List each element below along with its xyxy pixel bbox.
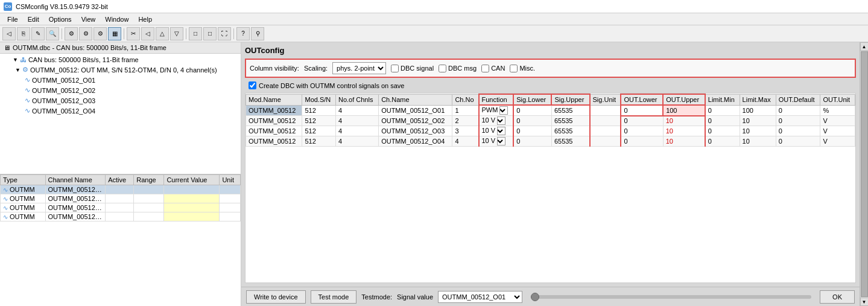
cell-sig-lower[interactable]: 0 [513,105,551,116]
toolbar-btn-copy[interactable]: ⎘ [17,27,30,40]
toolbar-btn-arrow-down[interactable]: ▽ [170,27,183,40]
th-mod-name: Mod.Name [246,94,302,105]
cell-sig-lower[interactable]: 0 [513,116,551,126]
toolbar-btn-help[interactable]: ? [236,27,250,40]
cell-sig-upper[interactable]: 65535 [551,105,589,116]
list-row[interactable]: ∿ OUTMM OUTMM_00512_O02 [1,194,241,203]
menu-view[interactable]: View [77,14,101,24]
cell-sig-upper[interactable]: 65535 [551,116,589,126]
th-ch-name: Ch.Name [379,94,452,105]
toolbar-btn-back[interactable]: ◁ [2,27,16,40]
table-row[interactable]: OUTMM_00512 512 4 - OUTMM_00512_O01 1 PW… [246,105,855,116]
menu-edit[interactable]: Edit [23,14,44,24]
write-to-device-button[interactable]: Write to device [246,290,306,304]
tree-item-ch3[interactable]: ∿ OUTMM_00512_O03 [1,95,239,106]
cell-out-lower[interactable]: 0 [621,136,663,147]
cell-limit-max[interactable]: 100 [740,105,776,116]
cell-out-upper[interactable]: 10 [663,136,705,147]
create-dbc-checkbox[interactable] [249,81,256,89]
tree-item-outmm[interactable]: ▼ ⚙ OUTMM_00512: OUT MM, S/N 512-OTM4, D… [1,65,239,75]
cell-out-upper[interactable]: 10 [663,126,705,136]
cell-out-lower[interactable]: 0 [621,126,663,136]
cell-sig-upper[interactable]: 65535 [551,136,589,147]
table-row[interactable]: OUTMM_00512 512 4 - OUTMM_00512_O02 2 10… [246,116,855,126]
slider-thumb[interactable] [531,293,539,301]
toolbar-btn-edit[interactable]: ✎ [31,27,45,40]
cell-out-lower[interactable]: 0 [621,116,663,126]
list-row[interactable]: ∿ OUTMM OUTMM_00512_O01 [1,185,241,194]
toolbar-btn-gear3[interactable]: ⚙ [93,27,107,40]
menu-window[interactable]: Window [100,14,133,24]
list-row[interactable]: ∿ OUTMM OUTMM_00512_O03 [1,203,241,212]
toolbar-btn-search[interactable]: 🔍 [46,27,59,40]
cell-out-default[interactable]: 0 [776,105,820,116]
tree-item-ch2[interactable]: ∿ OUTMM_00512_O02 [1,85,239,95]
cell-out-upper[interactable]: 100 [663,105,705,116]
function-select[interactable]: 10 V [497,137,505,145]
scroll-thumb[interactable] [861,51,868,297]
list-cell-current [164,212,220,222]
tree-item-ch3-label: OUTMM_00512_O03 [32,97,95,104]
signal-select[interactable]: OUTMM_00512_O01 OUTMM_00512_O02 OUTMM_00… [438,291,522,303]
toolbar-btn-monitor[interactable]: ⛶ [218,27,231,40]
tree-item-can-bus[interactable]: ▼ 🖧 CAN bus: 500000 Bits/s, 11-Bit frame [1,55,239,65]
list-cell-unit [220,203,241,212]
cell-limit-min[interactable]: 0 [705,126,740,136]
list-row[interactable]: ∿ OUTMM OUTMM_00512_O04 [1,212,241,222]
list-col-unit: Unit [220,175,241,185]
list-cell-active [106,212,134,222]
dbc-msg-check-item: DBC msg [439,65,477,72]
toolbar-btn-find[interactable]: ⚲ [251,27,264,40]
expand-icon: ▼ [13,57,18,63]
table-row[interactable]: OUTMM_00512 512 4 - OUTMM_00512_O03 3 10… [246,126,855,136]
cell-out-default[interactable]: 0 [776,136,820,147]
toolbar-btn-gear1[interactable]: ⚙ [65,27,78,40]
cell-limit-min[interactable]: 0 [705,136,740,147]
ok-button[interactable]: OK [820,290,855,304]
cell-limit-max[interactable]: 10 [740,126,776,136]
scaling-select[interactable]: phys. 2-point linear none [332,62,386,74]
can-checkbox[interactable] [481,65,489,72]
cell-ch-name-dropdown: - OUTMM_00512_O01 [379,105,452,116]
title-bar-text: CSMconfig V8.15.0.9479 32-bit [16,3,108,10]
toolbar-btn-arrow-left[interactable]: ◁ [141,27,154,40]
testmode-label: Testmode: [361,293,392,301]
cell-limit-min[interactable]: 0 [705,116,740,126]
cell-out-lower[interactable]: 0 [621,105,663,116]
toolbar-btn-arrow-up[interactable]: △ [156,27,169,40]
cell-out-upper[interactable]: 10 [663,116,705,126]
toolbar-btn-cut[interactable]: ✂ [127,27,140,40]
toolbar-btn-square2[interactable]: □ [203,27,217,40]
tree-item-ch1[interactable]: ∿ OUTMM_00512_O01 [1,75,239,85]
cell-limit-max[interactable]: 10 [740,116,776,126]
device-icon: ⚙ [22,66,28,74]
scroll-up-arrow[interactable]: ▲ [860,42,869,51]
function-select[interactable]: 10 V [497,127,505,135]
misc-check-item: Misc. [510,65,535,72]
menu-options[interactable]: Options [44,14,77,24]
col-vis-label: Column visibility: [250,65,299,72]
cell-sig-lower[interactable]: 0 [513,126,551,136]
scroll-down-arrow[interactable]: ▼ [860,298,869,306]
toolbar-btn-gear2[interactable]: ⚙ [79,27,92,40]
function-select[interactable]: 10 V [497,116,505,125]
cell-out-default[interactable]: 0 [776,116,820,126]
menu-file[interactable]: File [2,14,23,24]
menu-help[interactable]: Help [133,14,157,24]
toolbar-btn-grid[interactable]: ▦ [108,27,121,40]
cell-out-default[interactable]: 0 [776,126,820,136]
cell-sig-lower[interactable]: 0 [513,136,551,147]
dbc-msg-checkbox[interactable] [439,65,446,72]
misc-checkbox[interactable] [510,65,518,72]
cell-limit-min[interactable]: 0 [705,105,740,116]
dbc-signal-checkbox[interactable] [391,65,399,72]
th-out-upper: OUT.Upper [663,94,705,105]
cell-limit-max[interactable]: 10 [740,136,776,147]
tree-item-ch4[interactable]: ∿ OUTMM_00512_O04 [1,106,239,116]
function-select[interactable]: PWM [499,106,508,115]
cell-sig-upper[interactable]: 65535 [551,126,589,136]
list-cell-channel: OUTMM_00512_O03 [45,203,106,212]
table-row[interactable]: OUTMM_00512 512 4 - OUTMM_00512_O04 4 10… [246,136,855,147]
test-mode-button[interactable]: Test mode [311,290,357,304]
toolbar-btn-square1[interactable]: □ [189,27,202,40]
